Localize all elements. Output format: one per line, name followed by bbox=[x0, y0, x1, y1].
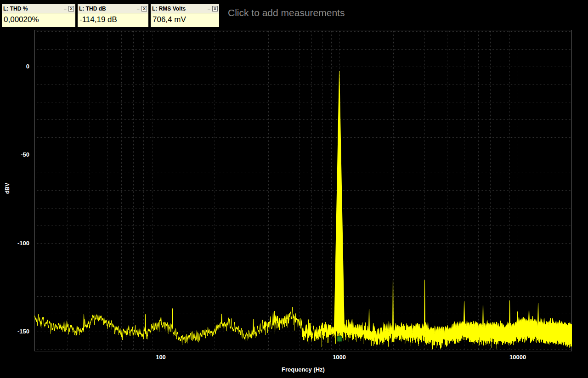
panel-header[interactable]: L: THD % ≡ X bbox=[2, 4, 75, 13]
close-icon[interactable]: X bbox=[68, 6, 74, 11]
panel-value: -114,19 dB bbox=[78, 13, 148, 27]
y-tick-label: -150 bbox=[10, 328, 29, 335]
measurement-panel-rms-volts[interactable]: L: RMS Volts ≡ X 706,4 mV bbox=[150, 4, 220, 28]
menu-icon[interactable]: ≡ bbox=[137, 6, 140, 11]
x-axis-title: Frequency (Hz) bbox=[34, 366, 572, 373]
menu-icon[interactable]: ≡ bbox=[64, 6, 67, 11]
close-icon[interactable]: X bbox=[212, 6, 218, 11]
measurement-panel-thd-percent[interactable]: L: THD % ≡ X 0,00020% bbox=[1, 4, 76, 28]
y-tick-label: -50 bbox=[10, 151, 29, 158]
close-icon[interactable]: X bbox=[141, 6, 147, 11]
panel-value: 706,4 mV bbox=[151, 13, 219, 27]
x-tick-label: 1000 bbox=[321, 354, 358, 361]
panel-title: L: THD dB bbox=[79, 6, 137, 12]
y-tick-label: 0 bbox=[10, 63, 29, 70]
menu-icon[interactable]: ≡ bbox=[208, 6, 210, 11]
spectrum-chart bbox=[34, 30, 572, 351]
panel-header[interactable]: L: RMS Volts ≡ X bbox=[151, 4, 219, 13]
add-measurements-hint[interactable]: Click to add measurements bbox=[228, 7, 345, 18]
panel-title: L: THD % bbox=[3, 6, 64, 12]
panel-title: L: RMS Volts bbox=[152, 6, 208, 12]
x-tick-label: 100 bbox=[142, 354, 179, 361]
panel-header[interactable]: L: THD dB ≡ X bbox=[78, 4, 148, 13]
measurement-panel-thd-db[interactable]: L: THD dB ≡ X -114,19 dB bbox=[77, 4, 149, 28]
x-tick-label: 10000 bbox=[499, 354, 536, 361]
panel-value: 0,00020% bbox=[2, 13, 75, 27]
measurement-panels: L: THD % ≡ X 0,00020% L: THD dB ≡ X -114… bbox=[1, 4, 220, 28]
y-axis-title: dBV bbox=[4, 181, 11, 196]
y-tick-label: -100 bbox=[10, 240, 29, 247]
spectrum-canvas[interactable] bbox=[34, 30, 572, 351]
